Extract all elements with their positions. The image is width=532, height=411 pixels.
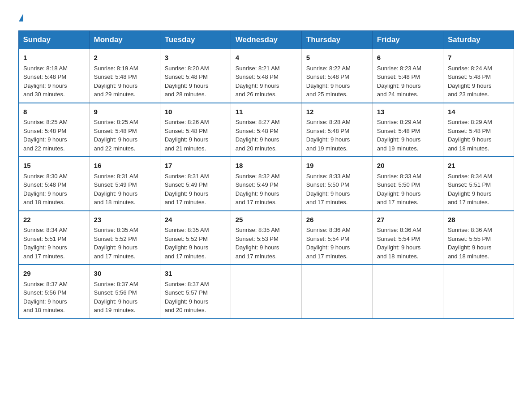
day-number: 9 [94,107,155,117]
calendar-week-row: 1 Sunrise: 8:18 AMSunset: 5:48 PMDayligh… [18,49,514,103]
calendar-cell: 19 Sunrise: 8:33 AMSunset: 5:50 PMDaylig… [301,157,372,211]
day-number: 2 [94,53,155,63]
weekday-header-saturday: Saturday [443,31,514,49]
calendar-cell: 30 Sunrise: 8:37 AMSunset: 5:56 PMDaylig… [89,265,160,319]
day-number: 10 [165,107,226,117]
day-number: 13 [377,107,438,117]
calendar-cell: 13 Sunrise: 8:29 AMSunset: 5:48 PMDaylig… [372,103,443,157]
calendar-cell: 27 Sunrise: 8:36 AMSunset: 5:54 PMDaylig… [372,211,443,265]
day-number: 5 [306,53,368,63]
calendar-cell [443,265,514,319]
day-info: Sunrise: 8:32 AMSunset: 5:49 PMDaylight:… [236,173,280,206]
day-number: 14 [448,107,509,117]
day-info: Sunrise: 8:25 AMSunset: 5:48 PMDaylight:… [94,119,138,152]
weekday-header-monday: Monday [89,31,160,49]
calendar-cell: 5 Sunrise: 8:22 AMSunset: 5:48 PMDayligh… [301,49,372,103]
day-info: Sunrise: 8:29 AMSunset: 5:48 PMDaylight:… [377,119,421,152]
day-number: 8 [23,107,85,117]
day-number: 3 [165,53,226,63]
calendar-cell: 7 Sunrise: 8:24 AMSunset: 5:48 PMDayligh… [443,49,514,103]
day-info: Sunrise: 8:34 AMSunset: 5:51 PMDaylight:… [23,227,68,260]
weekday-header-row: SundayMondayTuesdayWednesdayThursdayFrid… [18,31,514,49]
day-number: 11 [236,107,297,117]
calendar-cell: 17 Sunrise: 8:31 AMSunset: 5:49 PMDaylig… [160,157,231,211]
weekday-header-thursday: Thursday [301,31,372,49]
day-number: 12 [306,107,368,117]
calendar-week-row: 29 Sunrise: 8:37 AMSunset: 5:56 PMDaylig… [18,265,514,319]
calendar-cell: 3 Sunrise: 8:20 AMSunset: 5:48 PMDayligh… [160,49,231,103]
day-info: Sunrise: 8:33 AMSunset: 5:50 PMDaylight:… [306,173,351,206]
weekday-header-friday: Friday [372,31,443,49]
day-number: 23 [94,215,155,225]
calendar-cell: 6 Sunrise: 8:23 AMSunset: 5:48 PMDayligh… [372,49,443,103]
calendar-cell: 8 Sunrise: 8:25 AMSunset: 5:48 PMDayligh… [18,103,89,157]
day-number: 7 [448,53,509,63]
day-number: 24 [165,215,226,225]
calendar-table: SundayMondayTuesdayWednesdayThursdayFrid… [18,30,514,319]
calendar-cell: 1 Sunrise: 8:18 AMSunset: 5:48 PMDayligh… [18,49,89,103]
day-number: 28 [448,215,509,225]
day-info: Sunrise: 8:35 AMSunset: 5:53 PMDaylight:… [236,227,280,260]
calendar-cell: 29 Sunrise: 8:37 AMSunset: 5:56 PMDaylig… [18,265,89,319]
day-info: Sunrise: 8:24 AMSunset: 5:48 PMDaylight:… [448,65,492,98]
day-number: 26 [306,215,368,225]
day-info: Sunrise: 8:22 AMSunset: 5:48 PMDaylight:… [306,65,351,98]
calendar-cell: 14 Sunrise: 8:29 AMSunset: 5:48 PMDaylig… [443,103,514,157]
day-number: 21 [448,161,509,171]
calendar-cell: 21 Sunrise: 8:34 AMSunset: 5:51 PMDaylig… [443,157,514,211]
calendar-cell [372,265,443,319]
calendar-cell: 4 Sunrise: 8:21 AMSunset: 5:48 PMDayligh… [231,49,301,103]
logo [18,13,23,21]
calendar-cell: 28 Sunrise: 8:36 AMSunset: 5:55 PMDaylig… [443,211,514,265]
day-number: 16 [94,161,155,171]
day-info: Sunrise: 8:35 AMSunset: 5:52 PMDaylight:… [94,227,138,260]
calendar-cell [301,265,372,319]
weekday-header-sunday: Sunday [18,31,89,49]
day-info: Sunrise: 8:20 AMSunset: 5:48 PMDaylight:… [165,65,209,98]
day-info: Sunrise: 8:28 AMSunset: 5:48 PMDaylight:… [306,119,351,152]
calendar-cell: 26 Sunrise: 8:36 AMSunset: 5:54 PMDaylig… [301,211,372,265]
day-info: Sunrise: 8:36 AMSunset: 5:55 PMDaylight:… [448,227,492,260]
day-number: 4 [236,53,297,63]
calendar-cell: 2 Sunrise: 8:19 AMSunset: 5:48 PMDayligh… [89,49,160,103]
day-info: Sunrise: 8:36 AMSunset: 5:54 PMDaylight:… [306,227,351,260]
day-info: Sunrise: 8:31 AMSunset: 5:49 PMDaylight:… [165,173,209,206]
calendar-cell: 31 Sunrise: 8:37 AMSunset: 5:57 PMDaylig… [160,265,231,319]
day-number: 27 [377,215,438,225]
day-info: Sunrise: 8:37 AMSunset: 5:57 PMDaylight:… [165,281,209,314]
day-info: Sunrise: 8:27 AMSunset: 5:48 PMDaylight:… [236,119,280,152]
day-info: Sunrise: 8:19 AMSunset: 5:48 PMDaylight:… [94,65,138,98]
day-number: 18 [236,161,297,171]
day-info: Sunrise: 8:21 AMSunset: 5:48 PMDaylight:… [236,65,280,98]
day-number: 20 [377,161,438,171]
day-info: Sunrise: 8:18 AMSunset: 5:48 PMDaylight:… [23,65,68,98]
day-number: 17 [165,161,226,171]
calendar-cell: 18 Sunrise: 8:32 AMSunset: 5:49 PMDaylig… [231,157,301,211]
weekday-header-wednesday: Wednesday [231,31,301,49]
day-info: Sunrise: 8:33 AMSunset: 5:50 PMDaylight:… [377,173,421,206]
day-number: 1 [23,53,85,63]
calendar-cell: 11 Sunrise: 8:27 AMSunset: 5:48 PMDaylig… [231,103,301,157]
calendar-cell: 15 Sunrise: 8:30 AMSunset: 5:48 PMDaylig… [18,157,89,211]
calendar-cell: 9 Sunrise: 8:25 AMSunset: 5:48 PMDayligh… [89,103,160,157]
day-number: 30 [94,269,155,279]
day-info: Sunrise: 8:29 AMSunset: 5:48 PMDaylight:… [448,119,492,152]
calendar-header: SundayMondayTuesdayWednesdayThursdayFrid… [18,31,514,49]
day-info: Sunrise: 8:26 AMSunset: 5:48 PMDaylight:… [165,119,209,152]
day-number: 22 [23,215,85,225]
calendar-cell: 16 Sunrise: 8:31 AMSunset: 5:49 PMDaylig… [89,157,160,211]
calendar-body: 1 Sunrise: 8:18 AMSunset: 5:48 PMDayligh… [18,49,514,319]
page-header [18,13,514,21]
day-info: Sunrise: 8:31 AMSunset: 5:49 PMDaylight:… [94,173,138,206]
day-info: Sunrise: 8:30 AMSunset: 5:48 PMDaylight:… [23,173,68,206]
day-info: Sunrise: 8:37 AMSunset: 5:56 PMDaylight:… [94,281,138,314]
day-number: 31 [165,269,226,279]
calendar-cell: 25 Sunrise: 8:35 AMSunset: 5:53 PMDaylig… [231,211,301,265]
calendar-cell: 20 Sunrise: 8:33 AMSunset: 5:50 PMDaylig… [372,157,443,211]
day-number: 25 [236,215,297,225]
calendar-week-row: 22 Sunrise: 8:34 AMSunset: 5:51 PMDaylig… [18,211,514,265]
day-number: 6 [377,53,438,63]
calendar-week-row: 8 Sunrise: 8:25 AMSunset: 5:48 PMDayligh… [18,103,514,157]
calendar-cell [231,265,301,319]
day-number: 29 [23,269,85,279]
